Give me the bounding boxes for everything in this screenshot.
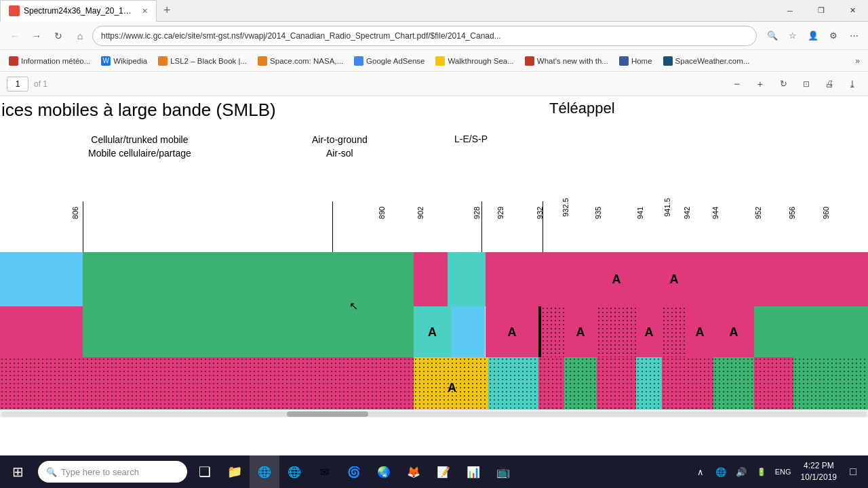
freq-label-952: 952 xyxy=(754,207,762,219)
bookmark-item-wikipedia[interactable]: W Wikipedia xyxy=(96,54,152,68)
file-explorer-button[interactable]: 📁 xyxy=(220,455,250,488)
app-icon-6[interactable]: 📺 xyxy=(488,455,518,488)
language-label[interactable]: ENG xyxy=(772,468,794,476)
clock-display[interactable]: 4:22 PM 10/1/2019 xyxy=(795,460,842,483)
label-A-935: A xyxy=(645,325,654,339)
bookmarks-bar: Information météo... W Wikipedia LSL2 – … xyxy=(0,50,868,72)
nav-icons: 🔍 ☆ 👤 ⚙ ⋯ xyxy=(764,27,863,45)
system-tray: ∧ 🌐 🔊 🔋 ENG 4:22 PM 10/1/2019 □ xyxy=(691,460,868,484)
block-pink-935-mid: A xyxy=(636,306,662,357)
block-pink-942-mid: A xyxy=(713,306,754,357)
block-teal-952-mid xyxy=(793,306,826,357)
app-icon-2[interactable]: 🌏 xyxy=(369,455,399,488)
bookmarks-more-button[interactable]: » xyxy=(851,54,864,68)
mail-button[interactable]: ✉ xyxy=(309,455,339,488)
block-pink-left-mid xyxy=(0,306,83,357)
block-teal-929-bottom xyxy=(564,357,597,409)
label-A-932b: A xyxy=(576,325,585,339)
dotted-overlay-main xyxy=(0,357,414,409)
block-pink-952-956 xyxy=(793,252,826,306)
bookmark-item-space[interactable]: Space.com: NASA,... xyxy=(253,54,348,68)
block-pink-952-bottom xyxy=(754,357,793,409)
app-icon-5[interactable]: 📊 xyxy=(458,455,488,488)
start-button[interactable]: ⊞ xyxy=(0,455,35,488)
bookmark-item-adsense[interactable]: Google AdSense xyxy=(349,54,429,68)
minimize-button[interactable]: ─ xyxy=(774,0,806,22)
freq-label-935: 935 xyxy=(594,207,602,219)
dotted-pink xyxy=(538,357,564,409)
app-icon-3[interactable]: 🦊 xyxy=(399,455,429,488)
label-A-928: A xyxy=(508,325,517,339)
block-teal-956-mid xyxy=(826,306,868,357)
bookmark-item-lsl2[interactable]: LSL2 – Black Book |... xyxy=(153,54,252,68)
block-pink-944-952 xyxy=(754,252,793,306)
zoom-out-button[interactable]: − xyxy=(728,75,746,93)
download-button[interactable]: ⤓ xyxy=(844,75,861,93)
edge-button[interactable]: 🌐 xyxy=(279,455,309,488)
bookmark-favicon xyxy=(258,56,267,66)
chevron-up-icon[interactable]: ∧ xyxy=(691,460,710,484)
page-number-input[interactable] xyxy=(7,77,28,92)
block-pink-929-mid xyxy=(541,306,564,357)
navigation-bar: ← → ↻ ⌂ https://www.ic.gc.ca/eic/site/sm… xyxy=(0,22,868,50)
active-tab[interactable]: Spectrum24x36_May_20_14_Lou... ✕ xyxy=(0,0,157,22)
more-options-button[interactable]: ⋯ xyxy=(845,27,863,45)
extensions-button[interactable]: ⚙ xyxy=(825,27,842,45)
url-text: https://www.ic.gc.ca/eic/site/smt-gst.ns… xyxy=(101,31,748,41)
window-controls: ─ ❐ ✕ xyxy=(774,0,868,22)
search-icon-button[interactable]: 🔍 xyxy=(764,27,781,45)
network-icon[interactable]: 🌐 xyxy=(711,460,730,484)
dotted-teal xyxy=(488,357,538,409)
search-icon: 🔍 xyxy=(46,467,57,477)
app-icon-4[interactable]: 📝 xyxy=(429,455,458,488)
forward-button[interactable]: → xyxy=(27,26,46,45)
block-pink-935-941 xyxy=(636,252,662,306)
freq-label-944: 944 xyxy=(711,207,719,219)
battery-icon[interactable]: 🔋 xyxy=(752,460,771,484)
dotted-overlay xyxy=(541,306,564,357)
app-icon-1[interactable]: 🌀 xyxy=(339,455,369,488)
freq-label-941: 941 xyxy=(636,207,644,219)
freq-label-956: 956 xyxy=(788,207,796,219)
zoom-in-button[interactable]: + xyxy=(751,75,769,93)
tab-label: Spectrum24x36_May_20_14_Lou... xyxy=(24,6,132,16)
bookmark-item-spaceweather[interactable]: SpaceWeather.com... xyxy=(658,54,755,68)
new-tab-button[interactable]: + xyxy=(157,3,178,18)
label-A-bottom-890: A xyxy=(448,381,456,395)
profile-button[interactable]: 👤 xyxy=(804,27,822,45)
scrollbar-thumb[interactable] xyxy=(287,411,368,417)
address-bar[interactable]: https://www.ic.gc.ca/eic/site/smt-gst.ns… xyxy=(92,26,757,46)
tab-close-button[interactable]: ✕ xyxy=(142,7,148,16)
horizontal-scrollbar[interactable] xyxy=(0,409,868,418)
rotate-button[interactable]: ↻ xyxy=(774,75,792,93)
block-pink-932-bottom xyxy=(597,357,636,409)
dotted-teal5 xyxy=(793,357,826,409)
fit-page-button[interactable]: ⊡ xyxy=(797,75,815,93)
bookmark-favicon xyxy=(435,56,445,66)
bookmark-star-button[interactable]: ☆ xyxy=(784,27,802,45)
label-A-890: A xyxy=(428,325,437,339)
volume-icon[interactable]: 🔊 xyxy=(732,460,751,484)
block-pink-9415-mid: A xyxy=(686,306,713,357)
refresh-button[interactable]: ↻ xyxy=(49,26,68,45)
bookmark-item-walkthrough[interactable]: Walkthrough Sea... xyxy=(431,54,518,68)
bookmark-item-meteo[interactable]: Information météo... xyxy=(4,54,95,68)
restore-button[interactable]: ❐ xyxy=(806,0,837,22)
browser-taskbar-button[interactable]: 🌐 xyxy=(250,455,279,488)
notification-button[interactable]: □ xyxy=(844,460,863,484)
block-pink-9415-942 xyxy=(686,252,713,306)
freq-label-890: 890 xyxy=(378,207,386,219)
bookmark-label: Information météo... xyxy=(21,57,90,65)
bookmark-item-whatsnew[interactable]: What's new with th... xyxy=(520,54,613,68)
search-bar[interactable]: 🔍 Type here to search xyxy=(38,461,187,483)
home-button[interactable]: ⌂ xyxy=(71,26,90,45)
task-view-button[interactable]: ❑ xyxy=(190,455,220,488)
freq-label-941-5: 941.5 xyxy=(663,198,671,217)
close-button[interactable]: ✕ xyxy=(837,0,868,22)
cellular-label: Cellular/trunked mobile Mobile cellulair… xyxy=(88,134,191,160)
print-button[interactable]: 🖨 xyxy=(821,75,838,93)
dotted-teal4 xyxy=(713,357,754,409)
label-A-942: A xyxy=(730,325,738,339)
back-button[interactable]: ← xyxy=(5,26,24,45)
bookmark-item-home[interactable]: Home xyxy=(614,54,657,68)
